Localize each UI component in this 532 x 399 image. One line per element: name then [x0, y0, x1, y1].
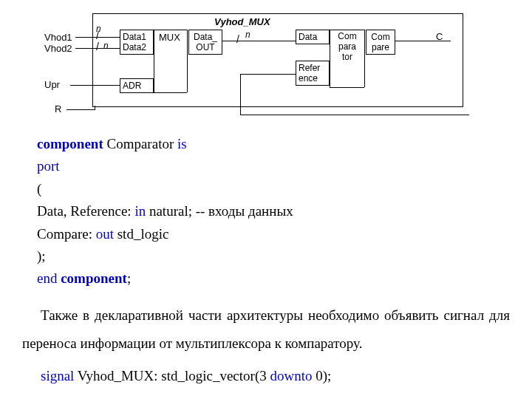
code-line-6: ); — [37, 245, 510, 267]
wire — [240, 115, 469, 115]
kw-in: in — [134, 203, 146, 219]
wire — [240, 74, 241, 115]
label-r: R — [55, 103, 61, 115]
comp-out: Com pare — [366, 30, 395, 55]
mux-body-top — [154, 30, 187, 30]
n-label: n — [245, 30, 250, 40]
mux-d1: Data1 — [123, 32, 151, 42]
code-line-5: Compare: out std_logic — [37, 223, 510, 245]
label-c: C — [436, 31, 443, 42]
mux-body-right — [187, 30, 188, 92]
label-vhod1: Vhod1 — [44, 32, 72, 43]
kw-is: is — [177, 136, 187, 151]
kw-component: component — [37, 136, 103, 151]
label-vhod2: Vhod2 — [44, 43, 72, 54]
kw-end: end — [37, 270, 57, 286]
mux-out: Data_ OUT — [188, 30, 222, 55]
wire — [240, 74, 296, 75]
comp-data: Data — [296, 30, 330, 44]
comp-body-bot — [330, 87, 364, 88]
comp-body-top — [330, 30, 364, 30]
code-line-2: port — [37, 155, 510, 177]
kw-signal: signal — [41, 368, 74, 383]
comp-ref: Refer ence — [296, 61, 330, 86]
code-line-7: end component; — [37, 267, 510, 290]
kw-out: out — [96, 226, 114, 242]
mux-name: MUX — [159, 32, 180, 43]
wire — [95, 106, 95, 110]
wire — [66, 109, 95, 110]
vhdl-code: component Comparator is port ( Data, Ref… — [37, 133, 510, 290]
bus-slash: / — [236, 33, 239, 45]
mux-adr: ADR — [120, 78, 154, 93]
label-upr: Upr — [44, 79, 60, 90]
mux-d2: Data2 — [123, 42, 151, 52]
comp-body-left — [330, 30, 330, 87]
n-label: n — [96, 24, 101, 34]
mux-body-bot — [154, 92, 187, 93]
diagram-title: Vyhod_MUX — [214, 16, 270, 27]
wire — [222, 41, 296, 41]
comp-name: Com para tor — [334, 30, 361, 64]
code-line-3: ( — [37, 178, 510, 200]
n-label: n — [103, 41, 109, 51]
code-line-4: Data, Reference: in natural; -- входы да… — [37, 200, 510, 222]
wire — [70, 85, 120, 86]
mux-data-ports: Data1 Data2 — [120, 30, 154, 55]
paragraph-1: Также в декларативной части архитектуры … — [22, 301, 510, 358]
code-line-1: component Comparator is — [37, 133, 510, 155]
comp-body-right — [364, 30, 365, 87]
block-diagram: Vyhod_MUX Vhod1 Vhod2 Upr R / / n n Data… — [44, 7, 458, 118]
kw-component2: component — [61, 270, 127, 286]
bus-slash: / — [96, 41, 99, 52]
mux-body-left — [154, 30, 154, 92]
kw-downto: downto — [270, 368, 313, 383]
signal-declaration: signal Vyhod_MUX: std_logic_vector(3 dow… — [41, 365, 510, 387]
